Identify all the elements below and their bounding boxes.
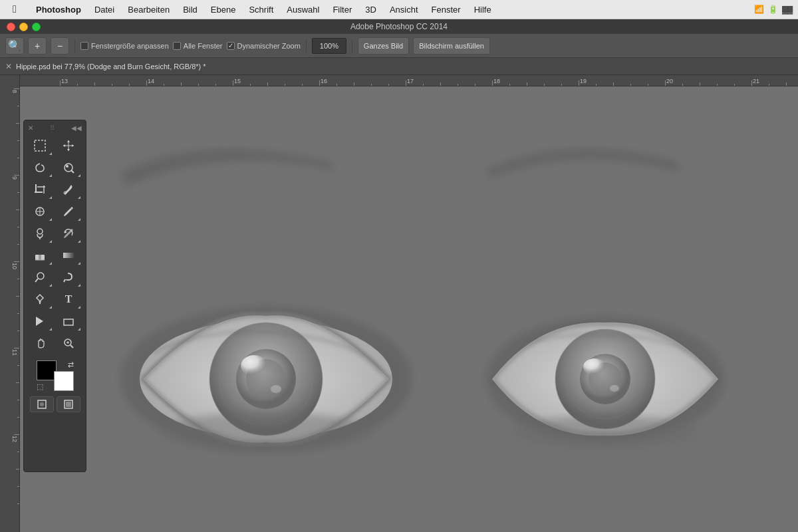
zoom-in-btn[interactable]: + xyxy=(28,37,47,55)
type-tool[interactable]: T xyxy=(55,289,82,310)
color-swatches: ⇄ ⬚ xyxy=(37,360,74,391)
svg-marker-41 xyxy=(65,231,67,233)
menu-3d[interactable]: 3D xyxy=(358,0,383,19)
swap-colors-icon[interactable]: ⇄ xyxy=(68,360,74,369)
apple-menu[interactable]:  xyxy=(0,3,29,15)
svg-point-39 xyxy=(37,229,43,234)
menu-auswahl[interactable]: Auswahl xyxy=(280,0,326,19)
time-icon: ▓▓ xyxy=(782,5,793,13)
path-selection-tool[interactable] xyxy=(27,311,53,332)
traffic-lights xyxy=(7,23,41,31)
eye-illustration xyxy=(20,86,798,532)
quick-select-tool[interactable] xyxy=(55,157,82,178)
fill-screen-btn[interactable]: Bildschirm ausfüllen xyxy=(413,37,490,55)
toolbar: 🔍 + − Fenstergröße anpassen Alle Fenster… xyxy=(0,34,798,58)
gradient-tool[interactable] xyxy=(55,245,82,266)
eraser-tool[interactable] xyxy=(27,245,53,266)
svg-line-28 xyxy=(71,170,74,173)
menu-bild[interactable]: Bild xyxy=(176,0,204,19)
ruler-horizontal: (function(){ const labels = [13,14,15,16… xyxy=(20,75,798,86)
battery-icon: 🔋 xyxy=(768,5,778,14)
menubar:  Photoshop Datei Bearbeiten Bild Ebene … xyxy=(0,0,798,19)
tools-panel: ✕ ⠿ ◀◀ xyxy=(23,120,86,472)
menu-ebene[interactable]: Ebene xyxy=(204,0,243,19)
menu-datei[interactable]: Datei xyxy=(88,0,121,19)
shape-tool[interactable] xyxy=(55,311,82,332)
svg-point-17 xyxy=(610,385,619,392)
smudge-tool[interactable] xyxy=(55,267,82,288)
svg-rect-59 xyxy=(66,402,71,407)
brush-tool[interactable] xyxy=(55,201,82,222)
zoom-out-btn[interactable]: − xyxy=(51,37,69,55)
svg-line-48 xyxy=(64,279,65,282)
menu-ansicht[interactable]: Ansicht xyxy=(383,0,425,19)
move-tool[interactable] xyxy=(55,135,82,156)
tools-header: ✕ ⠿ ◀◀ xyxy=(27,123,83,132)
ruler-vertical: (function(){ const labels = ['8','9','10… xyxy=(0,75,20,532)
canvas-area[interactable] xyxy=(20,86,798,532)
menu-filter[interactable]: Filter xyxy=(326,0,358,19)
all-windows-checkbox[interactable] xyxy=(173,42,181,50)
zoom-tool[interactable] xyxy=(55,332,82,354)
color-section: ⇄ ⬚ xyxy=(27,358,83,394)
titlebar: Adobe Photoshop CC 2014 xyxy=(0,19,798,34)
airport-icon: 📶 xyxy=(754,5,764,14)
marquee-tool[interactable] xyxy=(27,135,53,156)
svg-point-16 xyxy=(583,358,606,376)
svg-point-18 xyxy=(160,412,372,452)
close-button[interactable] xyxy=(7,23,15,31)
tools-collapse-btn[interactable]: ◀◀ xyxy=(71,124,82,132)
svg-rect-45 xyxy=(63,253,74,258)
healing-brush-tool[interactable] xyxy=(27,201,53,222)
menu-schrift[interactable]: Schrift xyxy=(242,0,280,19)
tools-grip[interactable]: ⠿ xyxy=(33,124,71,132)
menu-photoshop[interactable]: Photoshop xyxy=(29,0,88,19)
document-title: Hippie.psd bei 77,9% (Dodge and Burn Ges… xyxy=(16,63,206,70)
background-color[interactable] xyxy=(54,371,74,391)
maximize-button[interactable] xyxy=(32,23,41,31)
dodge-tool[interactable] xyxy=(27,267,53,288)
close-tab-btn[interactable]: ✕ xyxy=(5,62,12,71)
system-icons: 📶 🔋 ▓▓ xyxy=(754,5,798,14)
menu-bearbeiten[interactable]: Bearbeiten xyxy=(121,0,176,19)
quickmask-mode-btn[interactable] xyxy=(57,396,80,412)
document-tab: ✕ Hippie.psd bei 77,9% (Dodge and Burn G… xyxy=(0,58,798,75)
svg-point-19 xyxy=(512,416,698,449)
svg-line-53 xyxy=(70,345,73,348)
tools-close-btn[interactable]: ✕ xyxy=(28,124,33,132)
all-windows-label[interactable]: Alle Fenster xyxy=(173,42,223,50)
fit-window-label[interactable]: Fenstergröße anpassen xyxy=(80,42,169,50)
history-brush-tool[interactable] xyxy=(55,223,82,244)
fit-screen-btn[interactable]: Ganzes Bild xyxy=(358,37,409,55)
zoom-input[interactable] xyxy=(312,38,346,54)
eyedropper-tool[interactable] xyxy=(55,179,82,200)
svg-point-46 xyxy=(37,273,44,279)
tools-grid: T xyxy=(27,135,83,354)
svg-rect-43 xyxy=(39,255,41,260)
svg-point-57 xyxy=(40,402,44,406)
hand-tool[interactable] xyxy=(27,332,53,354)
svg-point-9 xyxy=(271,385,281,393)
svg-line-47 xyxy=(35,279,38,282)
reset-colors-icon[interactable]: ⬚ xyxy=(37,382,43,391)
minimize-button[interactable] xyxy=(19,23,28,31)
dynamic-zoom-checkbox[interactable]: ✓ xyxy=(227,42,235,50)
dynamic-zoom-label[interactable]: ✓ Dynamischer Zoom xyxy=(227,42,301,50)
lasso-tool[interactable] xyxy=(27,157,53,178)
svg-rect-0 xyxy=(20,93,798,525)
menu-hilfe[interactable]: Hilfe xyxy=(467,0,498,19)
standard-mode-btn[interactable] xyxy=(30,396,54,412)
stamp-tool[interactable] xyxy=(27,223,53,244)
pen-tool[interactable] xyxy=(27,289,53,310)
svg-point-29 xyxy=(66,165,68,168)
app-title: Adobe Photoshop CC 2014 xyxy=(350,22,448,31)
svg-marker-50 xyxy=(36,317,43,326)
svg-rect-51 xyxy=(64,319,73,325)
svg-rect-20 xyxy=(35,140,45,151)
menu-fenster[interactable]: Fenster xyxy=(425,0,467,19)
zoom-tool-btn[interactable]: 🔍 xyxy=(5,37,24,55)
fit-window-checkbox[interactable] xyxy=(80,42,88,50)
mode-section xyxy=(27,396,83,412)
svg-point-8 xyxy=(241,355,267,376)
crop-tool[interactable] xyxy=(27,179,53,200)
